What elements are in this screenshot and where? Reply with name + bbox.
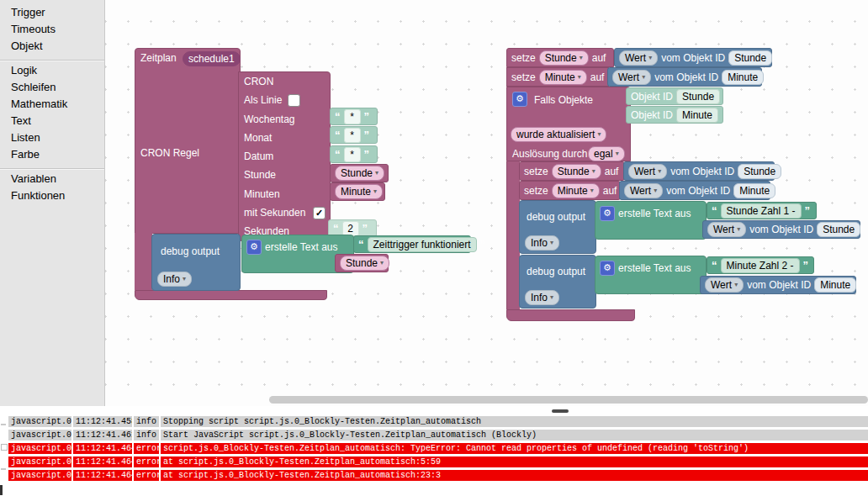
get-value-block-3[interactable]: Wert▾ vom Objekt ID Stunde (623, 161, 775, 181)
falls-objekte-label: Falls Objekte (534, 94, 593, 106)
object-id-field[interactable]: Minute (722, 70, 764, 85)
schedule-block[interactable]: Zeitplan schedule1 CRON Regel (135, 48, 241, 234)
cron-minuten-label: Minuten (244, 188, 280, 200)
set-state-block-3[interactable]: setze Stunde▾ auf (519, 161, 625, 181)
wochentag-text-shadow[interactable]: “ * ” (330, 108, 378, 125)
event-type-field[interactable]: wurde aktualisiert▾ (511, 127, 606, 142)
stunde-variable-block[interactable]: Stunde▾ (330, 164, 389, 182)
wert-dropdown-field[interactable]: Wert▾ (707, 222, 746, 237)
chevron-down-icon: ▾ (734, 278, 738, 292)
set-state-block-2[interactable]: setze Minute▾ auf (506, 67, 609, 87)
object-id-value-field[interactable]: Stunde (676, 89, 720, 104)
gear-icon[interactable]: ⚙ (600, 261, 615, 276)
trigger-source-field[interactable]: egal▾ (588, 146, 625, 161)
wochentag-value-field[interactable]: * (344, 109, 361, 124)
log-level: error (134, 470, 159, 481)
text-block-minute-zahl[interactable]: “ Minute Zahl 2 - ” (707, 256, 814, 274)
minute-variable-field[interactable]: Minute▾ (335, 184, 383, 199)
sekunden-value-field[interactable]: 2 (342, 221, 359, 236)
wert-dropdown-field[interactable]: Wert▾ (624, 183, 663, 198)
toolbox-category-farbe[interactable]: Farbe (0, 146, 104, 163)
wert-dropdown-field[interactable]: Wert▾ (619, 50, 658, 66)
cron-stunde-label: Stunde (244, 169, 276, 181)
set-variable-field[interactable]: Stunde▾ (539, 50, 589, 66)
log-time: 11:12:41.464 (73, 470, 132, 481)
datum-text-shadow[interactable]: “ * ” (330, 145, 378, 163)
datum-value-field[interactable]: * (344, 147, 361, 162)
cron-rule-block[interactable]: CRON Als Linie Wochentag Monat Datum Stu… (238, 71, 331, 241)
on-update-trigger-block[interactable]: ⚙ Falls Objekte wurde aktualisiert▾ Ausl… (506, 87, 631, 161)
text-value-field[interactable]: Minute Zahl 2 - (721, 258, 800, 273)
minute-variable-block[interactable]: Minute▾ (330, 182, 385, 201)
text-join-block-2[interactable]: ⚙ erstelle Text aus (595, 201, 707, 240)
debug-block-2[interactable]: debug output Info▾ (519, 200, 596, 254)
log-message: Start JavaScript script.js.0_Blockly-Tes… (161, 430, 868, 441)
log-row: javascript.0 11:12:41.464 error at scrip… (0, 456, 868, 467)
vom-objekt-id-label: vom Objekt ID (747, 279, 811, 291)
toolbox-category-listen[interactable]: Listen (0, 129, 104, 146)
debug-level-field[interactable]: Info▾ (525, 235, 559, 251)
toolbox-category-logik[interactable]: Logik (0, 62, 104, 79)
get-value-block-5[interactable]: Wert▾ vom Objekt ID Stunde (702, 220, 860, 239)
debug-label: debug output (527, 266, 585, 277)
debug-level-field[interactable]: Info▾ (157, 272, 192, 287)
text-block-stunde-zahl[interactable]: “ Stunde Zahl 1 - ” (707, 202, 817, 219)
monat-value-field[interactable]: * (344, 128, 361, 143)
workspace-horizontal-scrollbar[interactable] (269, 396, 868, 404)
toolbox-category-timeouts[interactable]: Timeouts (0, 21, 104, 38)
get-value-block-4[interactable]: Wert▾ vom Objekt ID Minute (619, 181, 770, 200)
object-id-field[interactable]: Minute (733, 183, 775, 198)
toolbox-category-mathematik[interactable]: Mathematik (0, 96, 104, 113)
debug-block-3[interactable]: debug output Info▾ (519, 255, 596, 309)
set-state-block-4[interactable]: setze Minute▾ auf (519, 181, 621, 200)
wert-dropdown-field[interactable]: Wert▾ (705, 277, 744, 293)
monat-text-shadow[interactable]: “ * ” (330, 126, 378, 144)
open-quote-icon: “ (333, 222, 339, 235)
log-time: 11:12:41.464 (73, 456, 132, 467)
wert-dropdown-field[interactable]: Wert▾ (628, 164, 667, 179)
toolbox-category-variablen[interactable]: Variablen (0, 171, 104, 187)
get-value-block-2[interactable]: Wert▾ vom Objekt ID Minute (607, 67, 762, 87)
mit-sekunden-checkbox[interactable]: ✓ (313, 207, 326, 219)
set-variable-field[interactable]: Minute▾ (539, 70, 587, 85)
toolbox-category-schleifen[interactable]: Schleifen (0, 79, 104, 96)
toolbox-group-trigger: Trigger Timeouts Objekt (0, 3, 104, 60)
set-variable-field[interactable]: Minute▾ (552, 183, 600, 198)
gear-icon[interactable]: ⚙ (512, 92, 527, 107)
toolbox-sidebar: Trigger Timeouts Objekt Logik Schleifen … (0, 0, 105, 406)
debug-level-field[interactable]: Info▾ (525, 290, 559, 305)
schedule-name-field[interactable]: schedule1 (183, 51, 241, 66)
toolbox-category-text[interactable]: Text (0, 113, 104, 129)
object-id-field[interactable]: Stunde (738, 164, 781, 179)
get-value-block-6[interactable]: Wert▾ vom Objekt ID Minute (700, 276, 856, 294)
get-value-block-1[interactable]: Wert▾ vom Objekt ID Stunde (614, 48, 772, 67)
objekt-id-label: Objekt ID (631, 91, 673, 103)
toolbox-category-objekt[interactable]: Objekt (0, 38, 104, 55)
toolbox-category-trigger[interactable]: Trigger (0, 4, 104, 21)
set-variable-field[interactable]: Stunde▾ (552, 164, 601, 179)
object-id-field[interactable]: Stunde (728, 50, 772, 66)
stunde-variable-block-2[interactable]: Stunde▾ (335, 254, 389, 272)
text-value-field[interactable]: Stunde Zahl 1 - (721, 203, 802, 219)
als-linie-checkbox[interactable] (288, 94, 300, 107)
gear-icon[interactable]: ⚙ (600, 206, 615, 221)
object-id-field[interactable]: Stunde (817, 222, 860, 237)
wert-dropdown-field[interactable]: Wert▾ (612, 70, 651, 85)
text-join-block-3[interactable]: ⚙ erstelle Text aus (595, 256, 707, 294)
blockly-workspace[interactable]: Zeitplan schedule1 CRON Regel CRON Als L… (105, 0, 868, 406)
panel-splitter[interactable] (0, 406, 868, 416)
set-state-block-1[interactable]: setze Stunde▾ auf (506, 48, 614, 67)
object-id-shadow-1[interactable]: Objekt ID Stunde (626, 87, 723, 105)
stunde-variable-field[interactable]: Stunde▾ (340, 256, 389, 271)
toolbox-category-funktionen[interactable]: Funktionen (0, 187, 104, 204)
gear-icon[interactable]: ⚙ (246, 240, 262, 255)
stunde-variable-field[interactable]: Stunde▾ (335, 166, 384, 181)
debug-block-1[interactable]: debug output Info▾ (151, 234, 241, 291)
object-id-value-field[interactable]: Minute (676, 108, 718, 123)
text-join-label: erstelle Text aus (265, 241, 338, 253)
object-id-shadow-2[interactable]: Objekt ID Minute (626, 106, 723, 124)
splitter-grip-icon[interactable] (552, 409, 569, 413)
object-id-field[interactable]: Minute (814, 277, 856, 293)
text-block-zeittrigger[interactable]: “ Zeittrigger funktioniert ” (353, 235, 471, 253)
text-value-field[interactable]: Zeittrigger funktioniert (368, 237, 477, 252)
